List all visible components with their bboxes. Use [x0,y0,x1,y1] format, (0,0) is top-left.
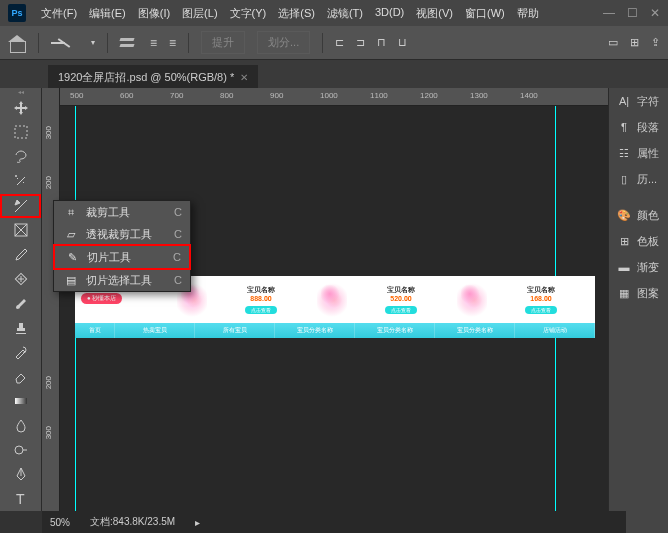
canvas-area: 500 600 700 800 900 1000 1100 1200 1300 … [42,88,668,511]
toolbox-handle[interactable]: ◂◂ [0,88,41,96]
share-icon[interactable]: ⇪ [651,36,660,49]
minimize-icon[interactable]: — [603,6,615,20]
product-1: 宝贝名称888.00点击查看 [175,276,315,323]
workspace-switch-icon[interactable]: ⊞ [630,36,639,49]
history-brush-tool[interactable] [0,340,41,364]
menu-image[interactable]: 图像(I) [133,4,175,23]
title-bar: Ps 文件(F) 编辑(E) 图像(I) 图层(L) 文字(Y) 选择(S) 滤… [0,0,668,26]
zoom-level[interactable]: 50% [50,517,70,528]
menu-view[interactable]: 视图(V) [411,4,458,23]
tab-close-icon[interactable]: ✕ [240,72,248,83]
panel-character[interactable]: A|字符 [609,88,668,114]
panel-history[interactable]: ▯历... [609,166,668,192]
switch-icon[interactable] [51,36,79,50]
gradient-tool[interactable] [0,389,41,413]
right-panels: A|字符 ¶段落 ☷属性 ▯历... 🎨颜色 ⊞色板 ▬渐变 ▦图案 [608,88,668,533]
panel-pattern[interactable]: ▦图案 [609,280,668,306]
ctx-perspective-crop-tool[interactable]: ▱透视裁剪工具C [54,223,190,245]
eyedropper-tool[interactable] [0,242,41,266]
context-menu: ⌗裁剪工具C ▱透视裁剪工具C ✎切片工具C ▤切片选择工具C [53,200,191,292]
document-tab[interactable]: 1920全屏店招.psd @ 50%(RGB/8) * ✕ [48,65,258,88]
product-3: 宝贝名称168.00点击查看 [455,276,595,323]
toolbox: ◂◂ T [0,88,42,511]
menu-edit[interactable]: 编辑(E) [84,4,131,23]
banner-nav: 首页热卖宝贝所有宝贝宝贝分类名称宝贝分类名称宝贝分类名称店铺活动 [75,323,595,338]
home-icon[interactable] [8,35,26,51]
status-bar: 50% 文档:843.8K/23.5M ▸ [42,511,626,533]
chevron-down-icon[interactable]: ▾ [91,38,95,47]
marquee-tool[interactable] [0,120,41,144]
healing-tool[interactable] [0,267,41,291]
svg-rect-0 [15,126,27,138]
ruler-vertical[interactable]: 300 200 200 300 [42,106,60,511]
panel-color[interactable]: 🎨颜色 [609,202,668,228]
eraser-tool[interactable] [0,365,41,389]
svg-rect-4 [15,398,27,404]
stamp-tool[interactable] [0,316,41,340]
menu-window[interactable]: 窗口(W) [460,4,510,23]
canvas-stage[interactable]: YOUR LOGO ● 秒懂本店 宝贝名称888.00点击查看 宝贝名称520.… [60,106,668,511]
align2-icon[interactable]: ⊐ [356,36,365,49]
tab-title: 1920全屏店招.psd @ 50%(RGB/8) * [58,70,234,85]
blur-tool[interactable] [0,413,41,437]
svg-point-1 [15,175,17,177]
lasso-tool[interactable] [0,145,41,169]
window-controls: — ☐ ✕ [603,6,660,20]
document-tabs: 1920全屏店招.psd @ 50%(RGB/8) * ✕ [0,60,668,88]
menu-file[interactable]: 文件(F) [36,4,82,23]
wand-tool[interactable] [0,169,41,193]
app-logo: Ps [8,4,26,22]
stack-icon[interactable]: ≡ [150,36,157,50]
menu-filter[interactable]: 滤镜(T) [322,4,368,23]
dodge-tool[interactable] [0,438,41,462]
align1-icon[interactable]: ⊏ [335,36,344,49]
menu-3d[interactable]: 3D(D) [370,4,409,23]
product-image [317,281,347,319]
align4-icon[interactable]: ⊔ [398,36,407,49]
doc-size: 843.8K/23.5M [113,516,175,527]
ctx-crop-tool[interactable]: ⌗裁剪工具C [54,201,190,223]
doc-label: 文档: [90,516,113,527]
frame-tool[interactable] [0,218,41,242]
ctx-slice-select-tool[interactable]: ▤切片选择工具C [54,269,190,291]
crop-tool[interactable] [0,194,41,219]
product-image [457,281,487,319]
ctx-slice-tool[interactable]: ✎切片工具C [53,244,191,270]
options-bar: ▾ ≡ ≡ 提升 划分... ⊏ ⊐ ⊓ ⊔ ▭ ⊞ ⇪ [0,26,668,60]
menu-type[interactable]: 文字(Y) [225,4,272,23]
type-tool[interactable]: T [0,487,41,511]
brush-tool[interactable] [0,291,41,315]
elevate-button[interactable]: 提升 [201,31,245,54]
divide-button[interactable]: 划分... [257,31,310,54]
banner-badge: ● 秒懂本店 [81,293,122,304]
close-icon[interactable]: ✕ [650,6,660,20]
move-tool[interactable] [0,96,41,120]
stack2-icon[interactable]: ≡ [169,36,176,50]
menu-help[interactable]: 帮助 [512,4,544,23]
ruler-horizontal[interactable]: 500 600 700 800 900 1000 1100 1200 1300 … [42,88,668,106]
menu-select[interactable]: 选择(S) [273,4,320,23]
maximize-icon[interactable]: ☐ [627,6,638,20]
align3-icon[interactable]: ⊓ [377,36,386,49]
panel-swatches[interactable]: ⊞色板 [609,228,668,254]
pen-tool[interactable] [0,462,41,486]
panel-paragraph[interactable]: ¶段落 [609,114,668,140]
hide-button[interactable]: ▭ [608,36,618,49]
main-menu: 文件(F) 编辑(E) 图像(I) 图层(L) 文字(Y) 选择(S) 滤镜(T… [36,4,603,23]
panel-properties[interactable]: ☷属性 [609,140,668,166]
panel-gradient[interactable]: ▬渐变 [609,254,668,280]
svg-point-5 [15,446,23,454]
product-2: 宝贝名称520.00点击查看 [315,276,455,323]
svg-text:T: T [16,491,25,507]
status-chevron-icon[interactable]: ▸ [195,517,200,528]
menu-layer[interactable]: 图层(L) [177,4,222,23]
layers-icon[interactable] [120,36,138,50]
